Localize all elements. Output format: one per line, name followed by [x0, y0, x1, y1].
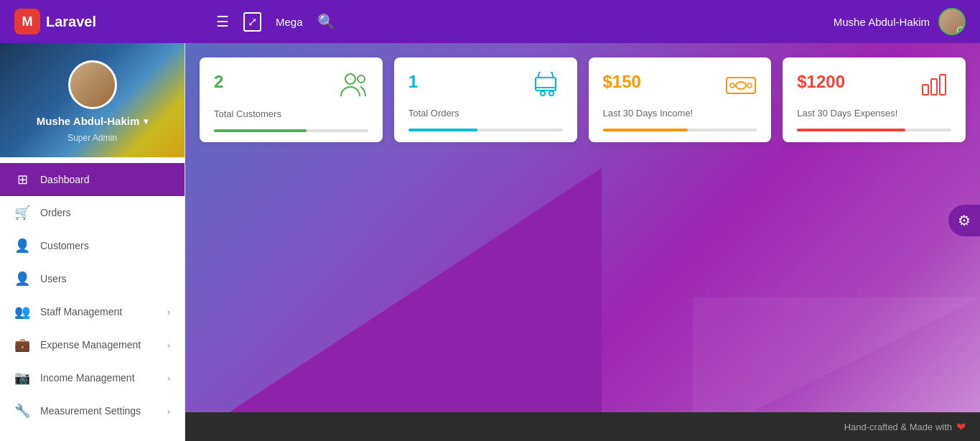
profile-role: Super Admin [67, 133, 117, 143]
card-header: $1200 [797, 72, 951, 103]
settings-fab-icon: ⚙ [958, 212, 971, 229]
sidebar-item-label: Measurement Settings [40, 405, 141, 417]
card-value-income: $150 [603, 72, 641, 92]
sidebar-item-orders[interactable]: 🛒 Orders [0, 196, 185, 229]
card-header: 1 [409, 72, 563, 103]
svg-point-8 [747, 83, 752, 88]
svg-point-4 [549, 91, 554, 96]
dashboard-icon: ⊞ [14, 172, 30, 187]
staff-icon: 👥 [14, 304, 30, 320]
expenses-value: $1200 [797, 72, 845, 92]
sidebar-item-label: Expense Management [40, 339, 141, 351]
card-value-customers: 2 [214, 72, 223, 92]
svg-point-7 [730, 83, 734, 88]
customers-progress-track [214, 129, 368, 132]
orders-progress-track [409, 129, 563, 131]
card-header: 2 [214, 72, 368, 104]
orders-count: 1 [409, 72, 418, 92]
navbar-left: LaravelM Laravel ☰ ⤢ Mega 🔍 [14, 9, 335, 34]
stat-card-total-orders: 1 Total Orders [394, 57, 577, 142]
svg-point-3 [541, 91, 545, 96]
chevron-right-icon: › [167, 406, 170, 417]
card-value-expenses: $1200 [797, 72, 845, 92]
hero-area: 2 Total Customers [185, 43, 980, 441]
svg-rect-11 [940, 75, 946, 95]
orders-label: Total Orders [409, 108, 563, 119]
card-header: $150 [603, 72, 757, 103]
chevron-right-icon: › [167, 373, 170, 384]
sidebar-item-label: Staff Management [40, 306, 122, 317]
customers-count: 2 [214, 72, 223, 92]
income-icon-card [725, 72, 757, 103]
logo-area: LaravelM Laravel [14, 9, 197, 34]
income-value: $150 [603, 72, 641, 92]
mega-button[interactable]: Mega [276, 16, 303, 28]
sidebar-item-staff-management[interactable]: 👥 Staff Management › [0, 295, 185, 328]
sidebar-item-customers[interactable]: 👤 Customers [0, 229, 185, 262]
app-name: Laravel [46, 14, 96, 30]
sidebar-item-users[interactable]: 👤 Users [0, 262, 185, 295]
svg-rect-9 [923, 85, 928, 95]
sidebar-item-label: Customers [40, 240, 89, 251]
sidebar-item-measurement-settings[interactable]: 🔧 Measurement Settings › [0, 394, 185, 427]
profile-avatar [68, 60, 117, 109]
income-progress-track [603, 129, 757, 131]
expenses-progress-track [797, 129, 951, 131]
sidebar-item-label: Users [40, 273, 67, 284]
cards-row: 2 Total Customers [200, 57, 966, 142]
online-indicator [957, 27, 964, 34]
main-content: 2 Total Customers [185, 43, 980, 441]
hamburger-icon[interactable]: ☰ [216, 13, 229, 30]
fullscreen-icon[interactable]: ⤢ [243, 12, 261, 32]
settings-fab[interactable]: ⚙ [948, 205, 980, 236]
top-navbar: LaravelM Laravel ☰ ⤢ Mega 🔍 Mushe Abdul-… [0, 0, 980, 43]
orders-icon: 🛒 [14, 205, 30, 220]
sidebar-nav: ⊞ Dashboard 🛒 Orders 👤 Customers 👤 Users… [0, 157, 185, 441]
customers-progress-bar [214, 129, 307, 132]
svg-point-0 [345, 74, 355, 84]
svg-point-1 [358, 75, 365, 83]
sidebar-item-label: Dashboard [40, 174, 90, 185]
sidebar-item-expense-management[interactable]: 💼 Expense Management › [0, 328, 185, 361]
stat-card-total-customers: 2 Total Customers [200, 57, 383, 142]
users-icon: 👤 [14, 271, 30, 287]
hero-triangle [185, 168, 602, 441]
navbar-right: Mushe Abdul-Hakim [834, 8, 966, 35]
user-avatar[interactable] [938, 8, 966, 35]
layout: Mushe Abdul-Hakim ▾ Super Admin ⊞ Dashbo… [0, 43, 980, 441]
profile-name: Mushe Abdul-Hakim ▾ [37, 115, 149, 127]
svg-rect-10 [931, 79, 937, 95]
expenses-progress-bar [797, 129, 905, 131]
sidebar-item-dashboard[interactable]: ⊞ Dashboard [0, 163, 185, 196]
sidebar-item-label: Income Management [40, 372, 135, 384]
stat-card-expenses: $1200 Last 30 Days Expenses! [783, 57, 966, 142]
navbar-controls: ☰ ⤢ Mega 🔍 [209, 12, 335, 32]
svg-point-6 [736, 82, 746, 89]
chevron-right-icon: › [167, 307, 170, 317]
profile-dropdown-icon[interactable]: ▾ [144, 116, 148, 126]
customers-label: Total Customers [214, 108, 368, 119]
card-value-orders: 1 [409, 72, 418, 92]
chevron-right-icon: › [167, 340, 170, 351]
svg-rect-5 [727, 78, 755, 93]
expenses-icon-card [920, 72, 951, 103]
search-icon[interactable]: 🔍 [317, 13, 335, 30]
svg-rect-2 [536, 78, 556, 90]
customers-icon: 👤 [14, 238, 30, 254]
sidebar-profile: Mushe Abdul-Hakim ▾ Super Admin [0, 43, 185, 157]
orders-progress-bar [409, 129, 478, 131]
sidebar-item-label: Orders [40, 207, 71, 218]
income-icon: 📷 [14, 370, 30, 386]
footer-text: Hand-crafted & Made with ❤ [844, 420, 966, 434]
orders-icon-card [534, 72, 563, 103]
logo-icon: LaravelM [14, 9, 40, 34]
income-label: Last 30 Days Income! [603, 108, 757, 119]
user-display-name: Mushe Abdul-Hakim [834, 16, 930, 28]
measurement-icon: 🔧 [14, 403, 30, 419]
expenses-label: Last 30 Days Expenses! [797, 108, 951, 119]
sidebar: Mushe Abdul-Hakim ▾ Super Admin ⊞ Dashbo… [0, 43, 185, 441]
stat-card-income: $150 Last 30 Days Income! [589, 57, 772, 142]
sidebar-item-income-management[interactable]: 📷 Income Management › [0, 361, 185, 394]
heart-icon: ❤ [956, 420, 966, 434]
expense-icon: 💼 [14, 337, 30, 353]
